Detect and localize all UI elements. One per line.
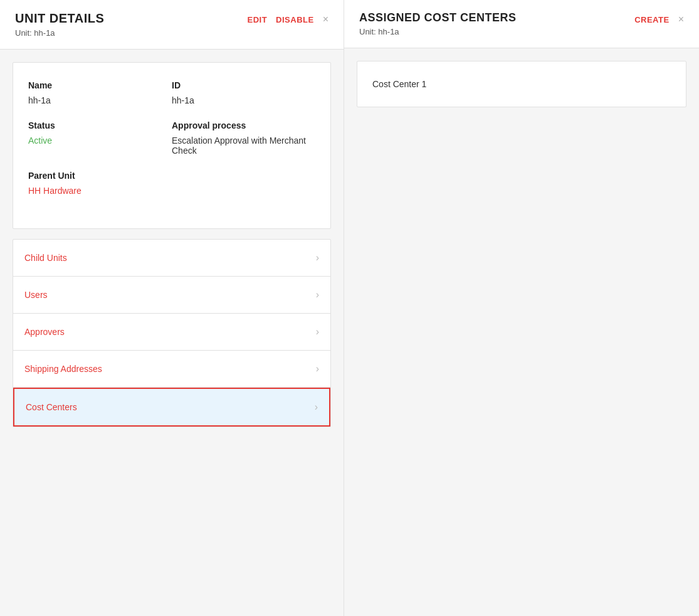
nav-item-label-shipping-addresses: Shipping Addresses — [24, 364, 102, 374]
right-panel-header-left: ASSIGNED COST CENTERS Unit: hh-1a — [359, 11, 517, 36]
chevron-right-icon: › — [316, 252, 319, 263]
left-panel-close-button[interactable]: × — [323, 14, 328, 25]
left-panel: UNIT DETAILS Unit: hh-1a EDIT DISABLE × … — [0, 0, 344, 616]
details-grid: Name hh-1a ID hh-1a Status Active Approv… — [28, 80, 315, 211]
cost-center-card: Cost Center 1 — [357, 61, 686, 107]
nav-item-cost-centers[interactable]: Cost Centers› — [13, 388, 330, 427]
status-label: Status — [28, 120, 172, 130]
left-panel-subtitle: Unit: hh-1a — [15, 28, 104, 38]
right-panel-subtitle: Unit: hh-1a — [359, 27, 517, 36]
chevron-right-icon: › — [316, 289, 319, 300]
edit-button[interactable]: EDIT — [247, 15, 267, 24]
name-label: Name — [28, 80, 172, 90]
create-button[interactable]: CREATE — [634, 15, 669, 24]
name-value: hh-1a — [28, 95, 172, 105]
left-panel-title: UNIT DETAILS — [15, 11, 104, 26]
nav-item-approvers[interactable]: Approvers› — [13, 314, 330, 351]
disable-button[interactable]: DISABLE — [276, 15, 314, 24]
nav-item-label-child-units: Child Units — [24, 253, 67, 263]
parent-value[interactable]: HH Hardware — [28, 186, 315, 196]
id-group: ID hh-1a — [172, 80, 315, 120]
parent-group: Parent Unit HH Hardware — [28, 171, 315, 211]
unit-details-card: Name hh-1a ID hh-1a Status Active Approv… — [13, 62, 331, 229]
chevron-right-icon: › — [316, 326, 319, 337]
chevron-right-icon: › — [316, 363, 319, 374]
name-group: Name hh-1a — [28, 80, 172, 120]
nav-item-label-cost-centers: Cost Centers — [26, 402, 77, 412]
right-panel-header: ASSIGNED COST CENTERS Unit: hh-1a CREATE… — [344, 0, 699, 48]
left-panel-body: Name hh-1a ID hh-1a Status Active Approv… — [0, 50, 344, 616]
cost-center-name: Cost Center 1 — [372, 79, 671, 89]
approval-label: Approval process — [172, 120, 315, 130]
status-group: Status Active — [28, 120, 172, 171]
id-label: ID — [172, 80, 315, 90]
approval-value: Escalation Approval with Merchant Check — [172, 135, 315, 156]
right-panel-title: ASSIGNED COST CENTERS — [359, 11, 517, 24]
nav-list: Child Units›Users›Approvers›Shipping Add… — [13, 239, 331, 427]
right-panel-actions: CREATE × — [634, 14, 684, 25]
id-value: hh-1a — [172, 95, 315, 105]
nav-item-child-units[interactable]: Child Units› — [13, 240, 330, 277]
chevron-right-icon: › — [315, 401, 318, 413]
nav-item-label-users: Users — [24, 290, 48, 300]
right-panel: ASSIGNED COST CENTERS Unit: hh-1a CREATE… — [344, 0, 699, 616]
right-panel-body: Cost Center 1 — [344, 48, 699, 616]
nav-item-users[interactable]: Users› — [13, 277, 330, 314]
right-panel-close-button[interactable]: × — [678, 14, 684, 25]
parent-label: Parent Unit — [28, 171, 315, 181]
left-panel-header: UNIT DETAILS Unit: hh-1a EDIT DISABLE × — [0, 0, 344, 50]
left-panel-actions: EDIT DISABLE × — [247, 14, 328, 25]
approval-group: Approval process Escalation Approval wit… — [172, 120, 315, 171]
left-panel-header-left: UNIT DETAILS Unit: hh-1a — [15, 11, 104, 38]
status-value: Active — [28, 135, 172, 146]
nav-item-shipping-addresses[interactable]: Shipping Addresses› — [13, 351, 330, 388]
nav-item-label-approvers: Approvers — [24, 327, 65, 337]
